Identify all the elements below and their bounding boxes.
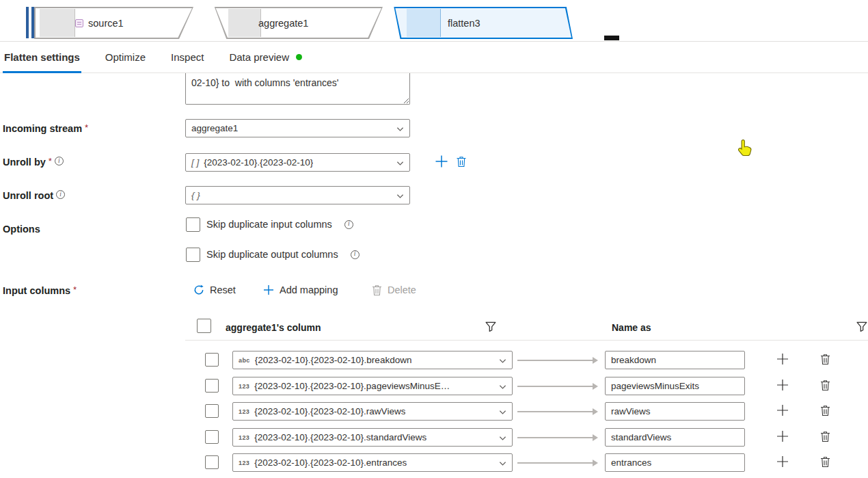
reset-button[interactable]: Reset bbox=[193, 280, 236, 300]
delete-row-button[interactable] bbox=[820, 405, 830, 416]
mapping-row: 123 {2023-02-10}.{2023-02-10}.pageviewsM… bbox=[0, 377, 868, 395]
add-unroll-by-button[interactable] bbox=[435, 155, 448, 168]
table-header-divider bbox=[185, 340, 868, 341]
incoming-stream-label: Incoming stream* bbox=[3, 123, 88, 134]
row-checkbox[interactable] bbox=[205, 404, 219, 418]
add-mapping-label: Add mapping bbox=[280, 284, 338, 295]
mapping-arrow-icon bbox=[517, 462, 597, 464]
name-as-input[interactable] bbox=[605, 351, 745, 369]
unroll-root-dropdown[interactable]: { } bbox=[185, 186, 410, 204]
select-all-checkbox[interactable] bbox=[197, 319, 211, 333]
row-checkbox[interactable] bbox=[205, 430, 219, 444]
number-type-badge: 123 bbox=[239, 383, 249, 390]
add-mapping-button[interactable]: Add mapping bbox=[263, 280, 338, 300]
description-textarea[interactable]: 02-10} to with columns 'entrances' bbox=[185, 73, 410, 105]
number-type-badge: 123 bbox=[239, 434, 249, 441]
string-type-badge: abc bbox=[239, 357, 250, 364]
add-row-button[interactable] bbox=[776, 404, 789, 416]
info-icon[interactable] bbox=[351, 250, 360, 259]
source-column-dropdown[interactable]: 123 {2023-02-10}.{2023-02-10}.pageviewsM… bbox=[232, 377, 513, 395]
tab-inspect[interactable]: Inspect bbox=[169, 42, 205, 72]
mapping-row: abc {2023-02-10}.{2023-02-10}.breakdown bbox=[0, 351, 868, 369]
node-flatten3[interactable]: flatten3 bbox=[393, 7, 573, 39]
dropdown-value: {2023-02-10}.{2023-02-10} bbox=[204, 157, 313, 168]
filter-funnel-icon[interactable] bbox=[856, 321, 867, 332]
row-checkbox[interactable] bbox=[205, 455, 219, 469]
node-aggregate1[interactable]: aggregate1 bbox=[212, 7, 383, 39]
mapping-row: 123 {2023-02-10}.{2023-02-10}.rawViews bbox=[0, 402, 868, 421]
input-columns-label: Input columns* bbox=[3, 285, 77, 296]
dropdown-value: {2023-02-10}.{2023-02-10}.standardViews bbox=[254, 432, 426, 442]
selection-indicator bbox=[26, 7, 34, 38]
canvas-artifact bbox=[604, 36, 619, 40]
chevron-down-icon bbox=[499, 384, 506, 390]
dropdown-value: {2023-02-10}.{2023-02-10}.rawViews bbox=[254, 406, 405, 416]
node-label: source1 bbox=[88, 18, 124, 29]
required-asterisk: * bbox=[73, 284, 77, 295]
add-row-button[interactable] bbox=[776, 353, 789, 365]
required-asterisk: * bbox=[49, 156, 52, 166]
add-row-button[interactable] bbox=[776, 455, 789, 468]
node-thumbnail bbox=[407, 9, 441, 37]
chevron-down-icon bbox=[499, 358, 506, 364]
node-label: aggregate1 bbox=[258, 18, 308, 29]
skip-duplicate-output-checkbox[interactable] bbox=[186, 248, 200, 262]
status-dot-icon bbox=[296, 54, 302, 60]
mapping-row: 123 {2023-02-10}.{2023-02-10}.standardVi… bbox=[0, 428, 868, 447]
tab-data-preview[interactable]: Data preview bbox=[228, 42, 303, 72]
chevron-down-icon bbox=[396, 161, 404, 166]
chevron-down-icon bbox=[499, 410, 506, 415]
source-column-dropdown[interactable]: 123 {2023-02-10}.{2023-02-10}.entrances bbox=[232, 453, 513, 472]
row-checkbox[interactable] bbox=[205, 379, 219, 393]
source-column-dropdown[interactable]: 123 {2023-02-10}.{2023-02-10}.standardVi… bbox=[232, 428, 513, 447]
node-thumbnail bbox=[40, 9, 75, 37]
name-as-input[interactable] bbox=[605, 377, 745, 395]
name-as-column-header: Name as bbox=[612, 322, 651, 333]
add-row-button[interactable] bbox=[776, 379, 789, 391]
delete-row-button[interactable] bbox=[820, 380, 830, 391]
mapping-arrow-icon bbox=[517, 386, 597, 387]
info-icon[interactable] bbox=[56, 190, 65, 199]
mapping-arrow-icon bbox=[517, 437, 597, 438]
delete-row-button[interactable] bbox=[820, 354, 830, 365]
trash-icon bbox=[372, 284, 382, 296]
add-row-button[interactable] bbox=[776, 430, 789, 442]
node-thumbnail bbox=[228, 9, 261, 37]
mapping-arrow-icon bbox=[517, 411, 597, 412]
info-icon[interactable] bbox=[344, 220, 353, 229]
filter-funnel-icon[interactable] bbox=[485, 321, 496, 332]
name-as-input[interactable] bbox=[605, 428, 745, 447]
name-as-input[interactable] bbox=[605, 453, 745, 472]
unroll-by-dropdown[interactable]: [ ] {2023-02-10}.{2023-02-10} bbox=[185, 153, 410, 172]
chevron-down-icon bbox=[396, 194, 404, 199]
tab-optimize[interactable]: Optimize bbox=[104, 42, 147, 72]
dropdown-value: {2023-02-10}.{2023-02-10}.entrances bbox=[254, 457, 407, 468]
object-type-badge: { } bbox=[191, 190, 200, 200]
source-column-dropdown[interactable]: 123 {2023-02-10}.{2023-02-10}.rawViews bbox=[232, 402, 513, 421]
dropdown-value: aggregate1 bbox=[191, 123, 238, 133]
delete-label: Delete bbox=[388, 284, 416, 295]
reset-label: Reset bbox=[210, 284, 236, 295]
chevron-down-icon bbox=[396, 127, 404, 132]
delete-row-button[interactable] bbox=[820, 431, 830, 442]
plus-icon bbox=[263, 284, 274, 295]
tab-label: Inspect bbox=[171, 51, 204, 63]
node-label: flatten3 bbox=[448, 18, 480, 29]
number-type-badge: 123 bbox=[239, 408, 249, 415]
number-type-badge: 123 bbox=[239, 460, 249, 466]
dataflow-canvas: source1 aggregate1 flatten3 bbox=[0, 0, 868, 42]
chevron-down-icon bbox=[499, 436, 506, 441]
tab-flatten-settings[interactable]: Flatten settings bbox=[3, 42, 81, 72]
node-source1[interactable]: source1 bbox=[34, 7, 193, 39]
delete-unroll-by-button[interactable] bbox=[456, 156, 467, 168]
flatten-settings-panel: 02-10} to with columns 'entrances' Incom… bbox=[0, 73, 868, 478]
name-as-input[interactable] bbox=[605, 402, 745, 421]
delete-row-button[interactable] bbox=[820, 456, 830, 468]
incoming-stream-dropdown[interactable]: aggregate1 bbox=[185, 119, 410, 137]
info-icon[interactable] bbox=[55, 157, 64, 165]
source-column-dropdown[interactable]: abc {2023-02-10}.{2023-02-10}.breakdown bbox=[232, 351, 513, 369]
array-type-badge: [ ] bbox=[191, 157, 199, 168]
delete-button[interactable]: Delete bbox=[372, 280, 416, 300]
row-checkbox[interactable] bbox=[205, 353, 219, 367]
skip-duplicate-input-checkbox[interactable] bbox=[186, 217, 200, 232]
